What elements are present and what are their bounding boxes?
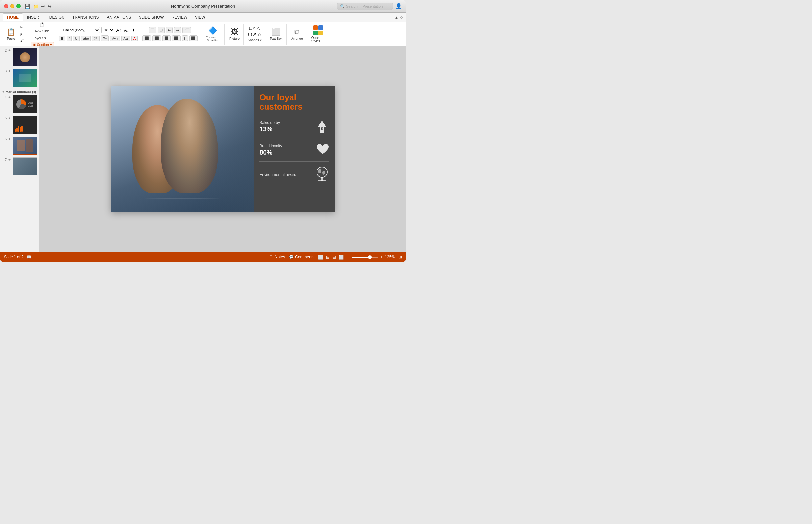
loyalty-icon (316, 144, 329, 157)
minimize-button[interactable] (10, 4, 15, 8)
close-button[interactable] (4, 4, 8, 8)
comments-button[interactable]: 💬 Comments (289, 255, 314, 259)
numbering-button[interactable]: ⊟ (157, 27, 165, 33)
slide-thumb-6[interactable] (13, 136, 37, 155)
ribbon-tabs: HOME INSERT DESIGN TRANSITIONS ANIMATION… (0, 13, 406, 22)
paste-icon: 📋 (6, 28, 15, 36)
picture-button[interactable]: 🖼 Picture (227, 27, 241, 41)
align-center-button[interactable]: ⬛ (152, 35, 161, 42)
align-left-button[interactable]: ⬛ (142, 35, 151, 42)
superscript-button[interactable]: X² (92, 35, 100, 42)
normal-view-icon[interactable]: ⬜ (318, 255, 323, 260)
svg-text:$: $ (321, 127, 323, 131)
increase-font-button[interactable]: A↑ (116, 27, 122, 33)
char-spacing-button[interactable]: AV↕ (110, 35, 120, 42)
tab-transitions[interactable]: TRANSITIONS (68, 14, 103, 21)
slide-panel[interactable]: 2 ★ 3 ★ ▼ Market numbers (4) 4 (0, 46, 39, 252)
slide-item-3[interactable]: 3 ★ (1, 68, 38, 87)
underline-button[interactable]: U (73, 35, 80, 42)
tab-view[interactable]: VIEW (191, 14, 209, 21)
tab-home[interactable]: HOME (3, 14, 23, 21)
slide-item-2[interactable]: 2 ★ (1, 47, 38, 67)
paste-button[interactable]: 📋 Paste (5, 26, 17, 42)
cut-button[interactable]: ✂ (18, 24, 26, 31)
search-bar[interactable]: 🔍 Search in Presentation (337, 3, 393, 10)
new-slide-button[interactable]: 🗒 New Slide (33, 20, 52, 34)
undo-icon[interactable]: ↩ (41, 4, 45, 9)
arrange-button[interactable]: ⧉ Arrange (289, 27, 305, 41)
zoom-in-icon[interactable]: + (380, 255, 383, 259)
line-spacing-button[interactable]: ↕☰ (182, 27, 191, 33)
stat-row-loyalty: Brand loyalty 80% (259, 144, 329, 157)
traffic-lights (4, 4, 21, 8)
title-bar: 💾 📁 ↩ ↪ Northwind Company Presentation 🔍… (0, 0, 406, 13)
change-case-button[interactable]: Aa (121, 35, 130, 42)
slide-thumb-7[interactable] (13, 157, 37, 176)
convert-smartart-button[interactable]: 🔷 Convert to SmartArt (203, 26, 222, 43)
tab-design[interactable]: DESIGN (46, 14, 68, 21)
slide-item-4[interactable]: 4 ★ 26%21% (1, 95, 38, 114)
font-name-selector[interactable]: Calibri (Body) (61, 27, 100, 33)
tab-slideshow[interactable]: SLIDE SHOW (135, 14, 168, 21)
italic-button[interactable]: I (67, 35, 72, 42)
tab-animations[interactable]: ANIMATIONS (103, 14, 135, 21)
subscript-button[interactable]: X₂ (101, 35, 108, 42)
outline-view-icon[interactable]: ⊟ (332, 255, 336, 260)
save-icon[interactable]: 💾 (25, 4, 30, 9)
strikethrough-button[interactable]: abc (81, 35, 91, 42)
ribbon-collapse-icons[interactable]: ▲☺ (395, 15, 403, 19)
slide-item-7[interactable]: 7 ★ (1, 157, 38, 176)
increase-indent-button[interactable]: ⇒ (174, 27, 181, 33)
tab-insert[interactable]: INSERT (23, 14, 46, 21)
status-bar: Slide 1 of 2 📖 🗒 Notes 💬 Comments ⬜ ⊞ ⊟ … (0, 252, 406, 262)
slide-item-5[interactable]: 5 ★ (1, 115, 38, 135)
slide-thumb-3[interactable] (13, 69, 37, 87)
slide-sorter-icon[interactable]: ⊞ (326, 255, 330, 260)
svg-rect-6 (318, 180, 326, 181)
stat-row-sales: Sales up by 13% $ (259, 119, 329, 134)
quick-styles-button[interactable]: Quick Styles (310, 25, 326, 44)
status-right: 🗒 Notes 💬 Comments ⬜ ⊞ ⊟ ⬜ − + 125% ⊞ (269, 255, 402, 260)
zoom-slider[interactable] (352, 257, 378, 258)
zoom-out-icon[interactable]: − (348, 255, 350, 259)
fit-slide-icon[interactable]: ⊞ (399, 255, 402, 259)
font-color-button[interactable]: A (131, 35, 137, 42)
zoom-controls: − + 125% (348, 255, 395, 259)
reading-view-icon[interactable]: ⬜ (339, 255, 344, 260)
format-painter-button[interactable]: 🖌 (18, 38, 26, 44)
maximize-button[interactable] (16, 4, 21, 8)
slide-thumb-5[interactable] (13, 116, 37, 134)
slide-area[interactable]: Our loyal customers Sales up by 13% (39, 46, 406, 252)
textbox-button[interactable]: ⬜ Text Box (268, 27, 284, 41)
title-bar-right: 🔍 Search in Presentation 👤 (337, 3, 402, 10)
decrease-indent-button[interactable]: ⇐ (166, 27, 173, 33)
justify-button[interactable]: ⬛ (172, 35, 181, 42)
align-right-button[interactable]: ⬛ (162, 35, 171, 42)
notes-button[interactable]: 🗒 Notes (269, 255, 285, 259)
award-icon (315, 166, 329, 183)
search-placeholder: Search in Presentation (346, 4, 383, 8)
slide-item-6[interactable]: 6 ★ (1, 136, 38, 155)
shapes-dropdown-button[interactable]: Shapes ▾ (247, 38, 263, 43)
columns-button[interactable]: ⫿ (182, 35, 188, 41)
open-icon[interactable]: 📁 (33, 4, 38, 9)
layout-button[interactable]: Layout ▾ (31, 35, 54, 41)
copy-button[interactable]: ⎘ (18, 31, 26, 37)
bullets-button[interactable]: ☰ (149, 27, 156, 33)
account-icon[interactable]: 👤 (395, 3, 402, 9)
tab-review[interactable]: REVIEW (168, 14, 191, 21)
section-header[interactable]: ▼ Market numbers (4) (1, 89, 38, 95)
slide-thumb-2[interactable] (13, 48, 37, 66)
loyalty-value: 80% (259, 148, 282, 156)
slide-canvas: Our loyal customers Sales up by 13% (111, 86, 335, 212)
section-collapse-icon: ▼ (2, 91, 5, 94)
text-direction-button[interactable]: ⬛ (189, 35, 198, 42)
clear-format-button[interactable]: ✦ (131, 27, 136, 33)
font-size-selector[interactable]: 18 (101, 27, 115, 33)
arrange-group: ⧉ Arrange (287, 24, 307, 45)
quick-styles-group: Quick Styles (308, 24, 328, 45)
decrease-font-button[interactable]: A↓ (123, 27, 130, 33)
redo-icon[interactable]: ↪ (48, 4, 52, 9)
bold-button[interactable]: B (59, 35, 66, 42)
slide-thumb-4[interactable]: 26%21% (13, 95, 37, 113)
